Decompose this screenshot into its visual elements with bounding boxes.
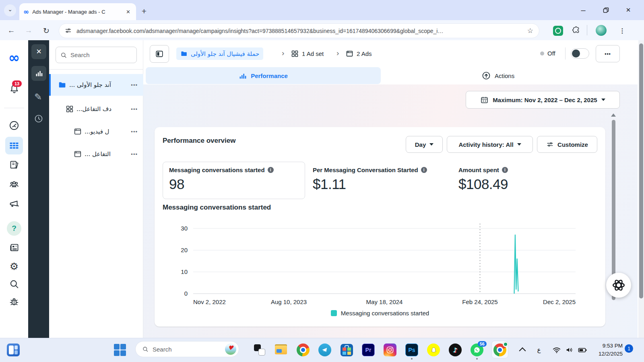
search-highlight-icon <box>225 343 236 355</box>
ads-megaphone-icon[interactable] <box>0 198 28 210</box>
new-tab-button[interactable] <box>138 6 150 17</box>
tab-actions[interactable]: Actions <box>481 67 514 84</box>
activity-history-dropdown[interactable]: Activity history: All <box>447 136 533 153</box>
tree-item-label: ...دف التفاعل <box>74 105 131 113</box>
language-indicator[interactable]: ع <box>531 342 547 358</box>
settings-gear-icon[interactable] <box>0 261 28 272</box>
taskbar-search[interactable]: Search <box>135 341 239 357</box>
whatsapp-icon[interactable]: 56 <box>469 342 485 358</box>
charts-tool-button[interactable] <box>31 66 46 81</box>
running-indicator <box>411 358 413 360</box>
news-icon[interactable] <box>0 242 28 253</box>
bookmark-star-icon[interactable] <box>527 27 533 35</box>
campaign-toggle-switch[interactable] <box>571 48 589 59</box>
info-icon[interactable] <box>421 167 427 173</box>
tree-item-ad-1[interactable]: ...ل فيديو <box>49 121 143 142</box>
microsoft-store-icon[interactable] <box>339 342 354 358</box>
breadcrumb-adset[interactable]: 1 Ad set <box>302 50 324 57</box>
page-scrollbar-thumb[interactable] <box>639 43 643 298</box>
info-icon[interactable] <box>502 167 508 173</box>
site-settings-icon[interactable] <box>65 27 72 34</box>
tiktok-icon[interactable]: ♪ <box>448 342 463 358</box>
item-menu-icon[interactable] <box>131 129 138 135</box>
metric-label: Amount spent <box>458 167 499 173</box>
tray-chevron-icon[interactable] <box>515 342 530 358</box>
chrome-taskbar-icon[interactable] <box>295 342 311 358</box>
y-axis-tick: 0 <box>184 290 188 297</box>
premiere-icon[interactable]: Pr <box>361 342 376 358</box>
more-options-button[interactable] <box>596 45 620 62</box>
tree-search-input[interactable]: Search <box>56 47 137 63</box>
url-text[interactable]: adsmanager.facebook.com/adsmanager/manag… <box>76 28 527 34</box>
day-dropdown[interactable]: Day <box>406 136 443 153</box>
edit-pencil-icon[interactable] <box>34 92 42 103</box>
reload-button[interactable] <box>40 24 53 37</box>
profile-avatar[interactable] <box>596 25 607 36</box>
tree-item-label: ...ل فيديو <box>82 128 131 135</box>
account-overview-icon[interactable] <box>0 120 28 131</box>
ads-reporting-icon[interactable] <box>0 159 28 170</box>
rail-search-icon[interactable] <box>0 278 28 290</box>
help-icon[interactable] <box>7 221 21 236</box>
tree-item-adset[interactable]: ...دف التفاعل <box>49 99 143 119</box>
taskbar-clock[interactable]: 9:53 PM 12/2/2025 <box>586 342 623 358</box>
customize-label: Customize <box>557 141 588 148</box>
breadcrumb-campaign[interactable]: حملة فيشيال آند جلو الأولى <box>176 47 263 60</box>
history-clock-icon[interactable] <box>34 114 43 125</box>
toggle-sidebar-button[interactable] <box>150 45 169 63</box>
file-explorer-icon[interactable] <box>274 342 289 358</box>
actions-boost-icon <box>481 71 491 80</box>
notification-center-badge[interactable]: 1 <box>625 344 633 353</box>
tree-divider <box>49 69 143 70</box>
x-axis-tick: May 18, 2024 <box>366 298 403 305</box>
browser-tab[interactable]: ∞ Ads Manager - Manage ads - C <box>19 3 136 20</box>
floating-assistant-button[interactable] <box>606 273 631 298</box>
chrome-active-icon[interactable] <box>492 342 508 358</box>
x-axis-tick: Dec 2, 2025 <box>543 298 576 305</box>
toolbar-divider <box>587 25 587 35</box>
breadcrumb-ads[interactable]: 2 Ads <box>357 50 372 57</box>
back-button[interactable] <box>5 24 18 37</box>
tree-item-campaign[interactable]: ... آند جلو الأولى <box>49 74 143 96</box>
item-menu-icon[interactable] <box>131 151 138 157</box>
metric-per-conversation: Per Messaging Conversation Started $1.11 <box>313 167 427 192</box>
date-range-button[interactable]: Maximum: Nov 2, 2022 – Dec 2, 2025 <box>466 91 620 109</box>
task-view-icon[interactable] <box>252 342 267 358</box>
extension-green-icon[interactable] <box>553 26 563 36</box>
item-menu-icon[interactable] <box>131 82 138 88</box>
instagram-icon[interactable] <box>382 342 398 358</box>
close-panel-button[interactable] <box>31 44 46 59</box>
audiences-icon[interactable] <box>0 179 28 190</box>
conversations-line-chart: 0102030Nov 2, 2022Aug 10, 2023May 18, 20… <box>159 217 602 307</box>
item-menu-icon[interactable] <box>131 106 138 112</box>
meta-logo[interactable]: ∞ <box>0 51 28 64</box>
tab-search-button[interactable] <box>4 4 16 16</box>
report-bug-icon[interactable] <box>0 296 28 307</box>
snapchat-icon[interactable] <box>426 342 441 358</box>
telegram-icon[interactable] <box>317 342 332 358</box>
start-button[interactable] <box>112 342 128 358</box>
window-restore-button[interactable] <box>600 4 612 16</box>
notification-badge: 13 <box>12 80 22 87</box>
tab-close-icon[interactable] <box>124 8 132 16</box>
forward-button[interactable] <box>22 24 35 37</box>
breadcrumb-chevron-icon <box>336 49 339 58</box>
caret-down-icon <box>517 143 521 146</box>
address-bar[interactable]: adsmanager.facebook.com/adsmanager/manag… <box>59 23 539 38</box>
tree-item-ad-2[interactable]: ... التفاعل <box>49 144 143 164</box>
photoshop-icon[interactable]: Ps <box>404 342 419 358</box>
window-close-button[interactable] <box>622 4 634 16</box>
y-axis-tick: 30 <box>181 225 188 232</box>
extensions-puzzle-icon[interactable] <box>572 25 581 37</box>
bar-chart-icon <box>35 69 43 78</box>
metric-amount-spent: Amount spent $108.49 <box>458 167 508 192</box>
campaigns-table-icon[interactable] <box>0 140 28 151</box>
info-icon[interactable] <box>268 167 274 173</box>
inner-scrollbar-up-arrow[interactable] <box>611 113 616 117</box>
tab-performance[interactable]: Performance <box>146 67 381 84</box>
window-minimize-button[interactable] <box>577 4 589 16</box>
widgets-icon[interactable] <box>6 342 21 358</box>
customize-button[interactable]: Customize <box>537 136 597 153</box>
browser-menu-icon[interactable] <box>617 26 627 35</box>
tab-actions-label: Actions <box>495 72 514 79</box>
